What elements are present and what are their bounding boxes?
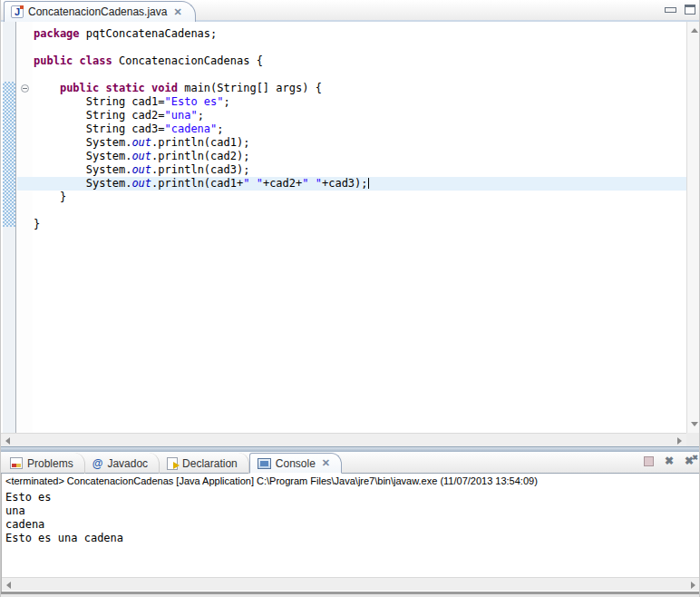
code-line[interactable]: String cad3="cadena"; <box>17 122 686 136</box>
remove-launch-button[interactable]: ✖ <box>665 455 674 466</box>
tab-declaration[interactable]: Declaration <box>160 453 249 474</box>
code-line[interactable] <box>17 41 686 54</box>
code-line[interactable]: System.out.println(cad1+" "+cad2+" "+cad… <box>17 177 686 191</box>
remove-all-terminated-button[interactable]: ✖ <box>685 455 694 466</box>
console-output-line: Esto es una cadena <box>5 532 700 545</box>
console-output[interactable]: Esto esunacadenaEsto es una cadena <box>2 488 700 577</box>
javadoc-icon: @ <box>92 457 103 470</box>
console-output-line: cadena <box>5 518 700 532</box>
code-line[interactable] <box>17 68 686 82</box>
tab-declaration-label: Declaration <box>182 457 238 470</box>
quick-diff-gutter <box>3 22 16 433</box>
code-line[interactable]: package pqtConcatenaCadenas; <box>17 27 686 41</box>
maximize-view-icon[interactable] <box>685 5 695 15</box>
tab-problems-label: Problems <box>27 457 73 470</box>
problems-icon <box>10 457 23 469</box>
tab-javadoc-label: Javadoc <box>107 457 148 470</box>
editor-tab-title: ConcatenacionCadenas.java <box>28 5 167 18</box>
console-toolbar: ✖ ✖ <box>644 455 694 466</box>
tab-javadoc[interactable]: @ Javadoc <box>85 453 160 474</box>
bottom-view-tabbar: Problems @ Javadoc Declaration Console ✕… <box>1 452 700 474</box>
editor-vertical-scrollbar[interactable] <box>686 22 700 433</box>
java-file-icon <box>11 5 24 18</box>
editor-horizontal-scrollbar[interactable] <box>1 433 686 446</box>
declaration-icon <box>167 457 178 470</box>
code-line[interactable]: public static void main(String[] args) { <box>17 82 686 95</box>
console-status-line: <terminated> ConcatenacionCadenas [Java … <box>2 474 700 488</box>
code-line[interactable]: System.out.println(cad3); <box>17 163 686 177</box>
code-line[interactable]: String cad1="Esto es"; <box>17 95 686 109</box>
terminate-button[interactable] <box>644 456 654 466</box>
scroll-left-icon[interactable] <box>6 582 11 589</box>
tab-console[interactable]: Console ✕ <box>249 453 342 474</box>
java-editor[interactable]: package pqtConcatenaCadenas;public class… <box>1 22 686 433</box>
code-lines[interactable]: package pqtConcatenaCadenas;public class… <box>17 22 686 433</box>
tab-console-label: Console <box>276 457 316 470</box>
minimize-view-icon[interactable] <box>665 7 676 13</box>
code-line[interactable]: System.out.println(cad1); <box>17 136 686 150</box>
editor-tab-close-icon[interactable]: ✕ <box>171 6 181 18</box>
code-line[interactable] <box>17 204 686 218</box>
changed-lines-indicator <box>3 82 15 227</box>
console-output-line: una <box>5 504 700 518</box>
console-output-line: Esto es <box>5 491 700 504</box>
console-tab-close-icon[interactable]: ✕ <box>320 457 330 469</box>
console-view[interactable]: <terminated> ConcatenacionCadenas [Java … <box>1 474 700 592</box>
code-line[interactable]: } <box>17 191 686 204</box>
code-line[interactable]: } <box>17 218 686 231</box>
scroll-right-icon[interactable] <box>691 582 695 589</box>
console-horizontal-scrollbar[interactable] <box>2 577 700 591</box>
console-icon <box>258 458 271 469</box>
scroll-left-icon[interactable] <box>5 437 10 445</box>
scroll-down-icon[interactable] <box>691 422 698 426</box>
code-line[interactable]: String cad2="una"; <box>17 109 686 122</box>
code-line[interactable]: System.out.println(cad2); <box>17 150 686 163</box>
scrollbar-corner <box>686 433 700 446</box>
scroll-up-icon[interactable] <box>691 28 698 33</box>
editor-tab-concatenacioncadenas[interactable]: ConcatenacionCadenas.java ✕ <box>4 1 196 22</box>
code-line[interactable]: public class ConcatenacionCadenas { <box>17 54 686 68</box>
window-bottom-border <box>1 592 700 597</box>
scroll-right-icon[interactable] <box>677 437 682 445</box>
text-cursor <box>368 178 369 189</box>
tab-problems[interactable]: Problems <box>3 453 85 474</box>
editor-tabbar: ConcatenacionCadenas.java ✕ <box>1 0 700 22</box>
eclipse-window: ConcatenacionCadenas.java ✕ package pqtC… <box>0 0 700 597</box>
